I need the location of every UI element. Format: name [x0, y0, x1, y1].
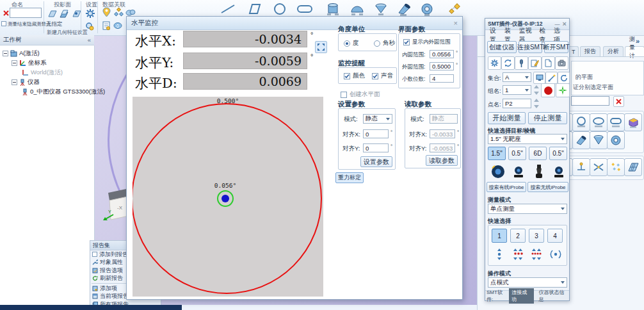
target-size-4-button[interactable]: 0.5" [549, 147, 567, 160]
outer-range-input[interactable]: 0.5000 [430, 62, 454, 70]
tree-node-root[interactable]: A(激活) [3, 49, 40, 58]
target-size-1-button[interactable]: 1.5" [488, 147, 506, 160]
quick-2-button[interactable]: 2 [510, 229, 526, 243]
align-y-input[interactable]: 0 [363, 143, 389, 152]
geometry-torus-button[interactable] [607, 131, 625, 149]
quick-4-button[interactable]: 4 [547, 229, 563, 243]
geometry-cube-button[interactable] [624, 113, 642, 131]
checkbox-icon[interactable] [92, 252, 97, 257]
geometry-ellipse-button[interactable] [590, 113, 608, 131]
record-measure-button[interactable] [541, 83, 555, 97]
collection-select[interactable]: A [503, 72, 531, 82]
probe-device-button[interactable] [529, 162, 548, 181]
tree-node-coords[interactable]: 坐标系 [12, 59, 47, 67]
sound-checkbox[interactable] [372, 73, 378, 79]
tree-node-instrument[interactable]: 仪器 [12, 78, 40, 86]
show-range-checkbox[interactable] [403, 39, 410, 45]
settings-tools-button[interactable] [83, 20, 96, 33]
close-icon[interactable]: × [454, 20, 458, 27]
smt-probe-button[interactable] [515, 56, 528, 70]
clear-feature-button[interactable] [613, 96, 624, 107]
geometry-cone-button[interactable] [590, 131, 608, 149]
location-pin-button[interactable] [100, 6, 113, 19]
decimals-input[interactable]: 4 [430, 74, 454, 83]
prism-sphere-button[interactable] [488, 162, 507, 181]
search-wireless-iprobe-button[interactable]: 搜索无线iProbe [527, 182, 568, 192]
inner-range-input[interactable]: 0.0556 [430, 50, 454, 58]
geometry-slot-button[interactable] [607, 113, 625, 131]
geometry-tilted-cylinder-button[interactable] [572, 131, 590, 149]
connect-smt-button[interactable]: 连接SMT [519, 41, 542, 53]
read-params-button[interactable]: 读取参数 [426, 155, 458, 166]
smt-settings-button[interactable] [488, 56, 501, 70]
search-wired-iprobe-button[interactable]: 搜索有线iProbe [487, 182, 526, 192]
instrument-status-tab[interactable]: 仪器状态信息 [539, 289, 568, 303]
smt-camera-button[interactable] [555, 56, 568, 70]
color-checkbox-row[interactable]: 颜色 [344, 72, 365, 80]
create-polygon-button[interactable] [244, 1, 264, 17]
disconnect-smt-button[interactable]: 断开SMT [544, 41, 568, 53]
nav-cube[interactable]: -X Y [103, 188, 129, 225]
op-mode-select[interactable]: 点模式 [488, 277, 567, 288]
create-line-button[interactable] [218, 1, 238, 17]
pointing-tool-button[interactable] [545, 72, 558, 84]
document-export-button[interactable] [100, 19, 113, 32]
tree-node-device[interactable]: 0_中图仪器 GTS3300(激活) [22, 88, 105, 96]
construct-point-line-button[interactable] [572, 158, 590, 176]
degree-radio-row[interactable]: 度 [344, 39, 359, 47]
align-x-input[interactable]: 0 [363, 129, 389, 138]
name-input[interactable] [10, 8, 42, 18]
group-select[interactable]: 1 [503, 85, 531, 95]
point-spinner[interactable] [533, 98, 540, 109]
collapse-node-icon[interactable] [12, 60, 17, 66]
tab-report[interactable]: 报告 [580, 46, 600, 56]
smt-sync-button[interactable] [501, 56, 515, 70]
remote-display-button[interactable] [533, 72, 545, 84]
construct-plane-button[interactable] [624, 158, 642, 176]
prism-mounted2-button[interactable] [549, 162, 568, 181]
laser-pointer-button[interactable] [556, 83, 570, 97]
clear-name-button[interactable] [1, 8, 10, 17]
settings-gear-button[interactable] [83, 6, 97, 20]
quick-1-button[interactable]: 1 [492, 229, 507, 243]
create-circle-button[interactable] [270, 1, 290, 17]
collapse-node-icon[interactable] [12, 79, 17, 85]
target-size-3-button[interactable]: 6D [529, 147, 547, 160]
arcsec-radio-row[interactable]: 角秒 [374, 39, 395, 47]
color-checkbox[interactable] [344, 73, 350, 79]
projection-plane-button[interactable] [45, 7, 58, 20]
show-range-row[interactable]: 显示内外圆范围 [403, 38, 451, 46]
stop-measure-button[interactable]: 停止测量 [528, 112, 567, 124]
measure-mode-select[interactable]: 单点测量 [488, 204, 567, 214]
degree-radio[interactable] [344, 40, 350, 47]
create-slot-button[interactable] [294, 1, 316, 17]
cloud-sync-button[interactable] [112, 19, 125, 32]
group-spinner[interactable] [533, 85, 540, 95]
sound-checkbox-row[interactable]: 声音 [372, 72, 393, 80]
gravity-calibration-button[interactable]: 重力标定 [335, 172, 364, 183]
construct-point-cloud-button[interactable] [607, 158, 625, 176]
target-size-2-button[interactable]: 0.5" [508, 147, 526, 160]
expand-view-button[interactable] [315, 41, 327, 53]
tree-node-world[interactable]: World(激活) [22, 69, 63, 77]
point-name-input[interactable]: P2 [503, 99, 531, 108]
smt-edit-button[interactable] [528, 56, 542, 70]
mode-select[interactable]: 静态 [363, 114, 392, 124]
create-plane-checkbox[interactable] [341, 92, 347, 98]
feature-name-input[interactable] [571, 96, 609, 106]
hide-points-checkbox[interactable] [1, 21, 6, 26]
collapse-panel-button[interactable]: « [88, 37, 91, 44]
quick-3-button[interactable]: 3 [529, 229, 544, 243]
start-measure-button[interactable]: 开始测量 [488, 112, 526, 124]
collapse-node-icon[interactable] [3, 51, 8, 56]
tab-analysis[interactable]: 分析 [603, 46, 624, 56]
arcsec-radio[interactable] [374, 40, 380, 47]
smt-document-button[interactable] [542, 56, 555, 70]
geometry-circle-button[interactable] [572, 113, 590, 131]
projection-plane2-button[interactable] [58, 7, 70, 20]
data-association-button[interactable] [112, 6, 125, 19]
set-params-button[interactable]: 设置参数 [360, 156, 392, 167]
create-instrument-button[interactable]: 创建仪器 [487, 41, 517, 53]
construct-intersection-button[interactable] [590, 158, 608, 176]
target-select[interactable]: 1.5" 无靶座 [488, 134, 567, 144]
